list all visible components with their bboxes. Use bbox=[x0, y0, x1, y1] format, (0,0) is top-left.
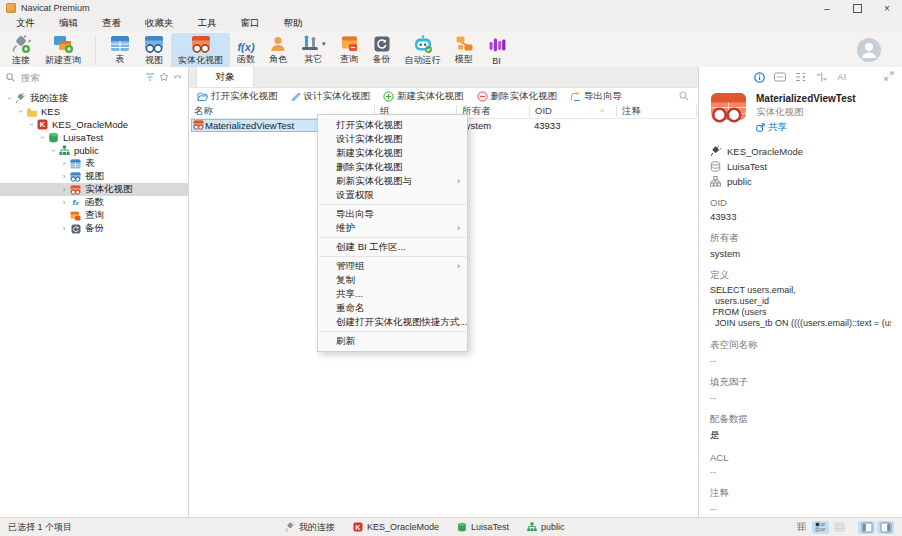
chevron-down-icon[interactable]: › bbox=[16, 107, 25, 117]
menu-item-refresh[interactable]: 刷新 bbox=[318, 334, 467, 348]
toolbar-view[interactable]: 视图 bbox=[137, 33, 171, 68]
toolbar-new-query[interactable]: 新建查询 bbox=[38, 33, 88, 68]
list-view-icon[interactable] bbox=[812, 521, 829, 534]
menu-help[interactable]: 帮助 bbox=[272, 17, 315, 30]
info-tab-icon[interactable] bbox=[754, 72, 765, 83]
breadcrumb-kes-oraclemode[interactable]: K KES_OracleMode bbox=[353, 522, 439, 532]
menu-item-open-materialized-view[interactable]: 打开实体化视图 bbox=[318, 118, 467, 132]
share-link[interactable]: 共享 bbox=[756, 121, 856, 134]
backup-icon bbox=[69, 223, 82, 234]
menu-item-delete-materialized-view[interactable]: 删除实体化视图 bbox=[318, 160, 467, 174]
tree-item-functions[interactable]: › fx 函数 bbox=[0, 196, 188, 209]
left-pane-toggle-icon[interactable] bbox=[858, 521, 875, 534]
chevron-down-icon[interactable]: › bbox=[38, 133, 47, 143]
ai-tab-icon[interactable]: AI bbox=[837, 72, 846, 82]
export-wizard-button[interactable]: 导出向导 bbox=[570, 90, 622, 103]
sidebar-search-row bbox=[0, 67, 188, 87]
favorites-star-icon[interactable] bbox=[159, 72, 169, 82]
tree-item-kes[interactable]: › KES bbox=[0, 105, 188, 118]
menu-favorites[interactable]: 收藏夹 bbox=[133, 17, 186, 30]
toolbar-role[interactable]: 角色 bbox=[262, 33, 294, 68]
menu-item-rename[interactable]: 重命名 bbox=[318, 301, 467, 315]
menu-item-create-bi-workspace[interactable]: 创建 BI 工作区... bbox=[318, 240, 467, 254]
tree-item-queries[interactable]: 查询 bbox=[0, 209, 188, 222]
menu-item-refresh-materialized-view-with[interactable]: 刷新实体化视图与› bbox=[318, 174, 467, 188]
kes-connection-icon: K bbox=[36, 119, 49, 130]
tree-item-materialized-views[interactable]: › 实体化视图 bbox=[0, 183, 188, 196]
toolbar-others[interactable]: ▾ 其它 bbox=[294, 33, 333, 68]
menu-item-duplicate[interactable]: 复制 bbox=[318, 273, 467, 287]
design-materialized-view-button[interactable]: 设计实体化视图 bbox=[291, 90, 371, 103]
object-search-icon[interactable] bbox=[679, 91, 689, 103]
filter-icon[interactable] bbox=[145, 73, 155, 81]
folder-icon bbox=[25, 106, 38, 117]
breadcrumb-luisatest[interactable]: LuisaTest bbox=[457, 522, 509, 532]
field-definition: 定义 SELECT users.email, users.user_id FRO… bbox=[710, 269, 891, 329]
field-definition-label: 定义 bbox=[710, 269, 891, 282]
open-materialized-view-button[interactable]: 打开实体化视图 bbox=[197, 90, 278, 103]
chevron-down-icon[interactable]: › bbox=[5, 94, 14, 104]
chevron-right-icon[interactable]: › bbox=[59, 185, 69, 194]
menu-item-create-open-shortcut[interactable]: 创建打开实体化视图快捷方式... bbox=[318, 315, 467, 329]
tree-item-luisatest[interactable]: › LuisaTest bbox=[0, 131, 188, 144]
chevron-down-icon[interactable]: › bbox=[27, 120, 36, 130]
toolbar-backup[interactable]: 备份 bbox=[366, 33, 398, 68]
close-button[interactable]: × bbox=[872, 0, 902, 16]
chevron-right-icon[interactable]: › bbox=[59, 172, 69, 181]
compare-tab-icon[interactable] bbox=[816, 72, 828, 82]
menu-item-design-materialized-view[interactable]: 设计实体化视图 bbox=[318, 132, 467, 146]
preview-tab-icon[interactable] bbox=[774, 72, 786, 82]
menu-item-share[interactable]: 共享... bbox=[318, 287, 467, 301]
menu-item-label: 共享... bbox=[336, 288, 363, 299]
column-header-oid[interactable]: OID^ bbox=[530, 105, 617, 117]
toolbar-separator bbox=[95, 36, 96, 65]
menu-file[interactable]: 文件 bbox=[4, 17, 47, 30]
tab-objects[interactable]: 对象 bbox=[196, 67, 254, 87]
toolbar-automation[interactable]: 自动运行 bbox=[398, 33, 448, 68]
menu-item-new-materialized-view[interactable]: 新建实体化视图 bbox=[318, 146, 467, 160]
detail-view-icon[interactable] bbox=[831, 521, 848, 534]
expand-panel-icon[interactable] bbox=[884, 71, 894, 81]
toolbar-table[interactable]: 表 bbox=[103, 33, 137, 68]
toolbar-function[interactable]: f(x) 函数 bbox=[230, 33, 262, 68]
menu-item-export-wizard[interactable]: 导出向导 bbox=[318, 207, 467, 221]
tree-item-backups[interactable]: › 备份 bbox=[0, 222, 188, 235]
dependencies-tab-icon[interactable] bbox=[795, 72, 807, 82]
menu-item-set-permissions[interactable]: 设置权限 bbox=[318, 188, 467, 202]
grid-view-icon[interactable] bbox=[793, 521, 810, 534]
user-avatar[interactable] bbox=[856, 37, 882, 65]
right-pane-toggle-icon[interactable] bbox=[877, 521, 894, 534]
tree-item-public[interactable]: › public bbox=[0, 144, 188, 157]
menu-edit[interactable]: 编辑 bbox=[47, 17, 90, 30]
tree-item-kes-oraclemode[interactable]: › K KES_OracleMode bbox=[0, 118, 188, 131]
minimize-button[interactable]: – bbox=[812, 0, 842, 16]
field-comment-value: -- bbox=[710, 503, 891, 514]
toolbar-connection[interactable]: 连接 bbox=[4, 33, 38, 68]
menu-view[interactable]: 查看 bbox=[90, 17, 133, 30]
tree-item-my-connections[interactable]: › 我的连接 bbox=[0, 92, 188, 105]
chevron-right-icon[interactable]: › bbox=[59, 224, 69, 233]
sidebar-search-input[interactable] bbox=[19, 71, 141, 84]
menu-item-manage-group[interactable]: 管理组› bbox=[318, 259, 467, 273]
toolbar-materialized-view[interactable]: 实体化视图 bbox=[171, 33, 230, 68]
collapse-all-icon[interactable] bbox=[173, 73, 182, 82]
chevron-down-icon[interactable]: › bbox=[49, 146, 58, 156]
tree-item-views[interactable]: › 视图 bbox=[0, 170, 188, 183]
menu-tools[interactable]: 工具 bbox=[186, 17, 229, 30]
menu-item-maintain[interactable]: 维护› bbox=[318, 221, 467, 235]
menu-item-label: 新建实体化视图 bbox=[336, 147, 403, 158]
toolbar-model[interactable]: 模型 bbox=[448, 33, 481, 68]
column-header-comment[interactable]: 注释 bbox=[617, 105, 697, 117]
chevron-right-icon[interactable]: › bbox=[59, 198, 69, 207]
maximize-button[interactable] bbox=[842, 0, 872, 16]
new-materialized-view-button[interactable]: 新建实体化视图 bbox=[383, 90, 464, 103]
toolbar-bi[interactable]: BI bbox=[481, 33, 513, 68]
delete-materialized-view-button[interactable]: 删除实体化视图 bbox=[477, 90, 558, 103]
menu-window[interactable]: 窗口 bbox=[229, 17, 272, 30]
breadcrumb-public[interactable]: public bbox=[527, 522, 565, 532]
toolbar-query[interactable]: 查询 bbox=[333, 33, 366, 68]
svg-text:K: K bbox=[40, 120, 46, 129]
chevron-right-icon[interactable]: › bbox=[59, 159, 69, 168]
tree-item-tables[interactable]: › 表 bbox=[0, 157, 188, 170]
breadcrumb-my-connections[interactable]: 我的连接 bbox=[285, 521, 335, 534]
